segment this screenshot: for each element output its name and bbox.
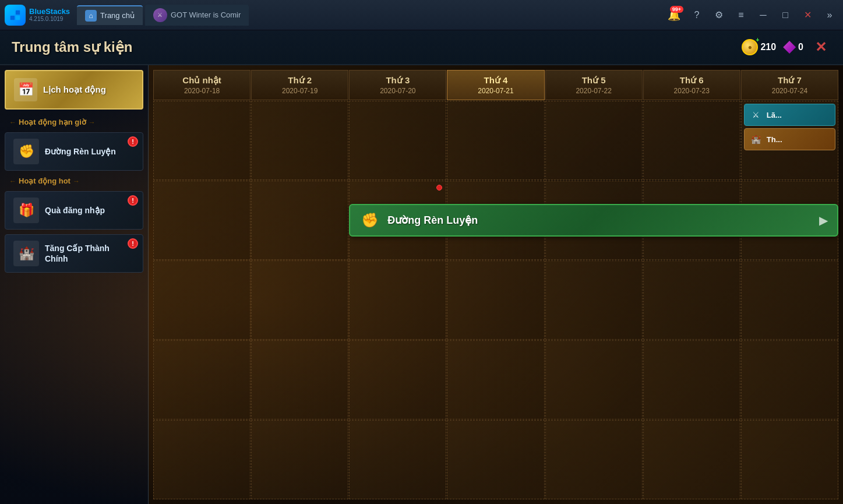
cal-header-fri: Thứ 6 2020-07-23: [643, 70, 740, 100]
cal-cell: [153, 181, 251, 260]
cal-cell: [153, 101, 251, 180]
settings-button[interactable]: ⚙: [710, 6, 728, 24]
section-hot-header: Hoạt động hot: [0, 173, 148, 189]
calendar-row: [153, 260, 838, 340]
cal-cell: [447, 340, 544, 420]
tab-home[interactable]: ⌂ Trang chủ: [77, 5, 143, 25]
main-layout: 📅 Lịch hoạt động Hoạt động hạn giờ ✊ Đườ…: [0, 65, 843, 504]
svg-rect-3: [16, 15, 20, 19]
event-th-icon: 🏰: [749, 132, 763, 146]
cal-cell: ⚔ Lã... 🏰 Th...: [741, 101, 838, 180]
fist-icon: ✊: [13, 139, 39, 164]
cal-cell: [545, 420, 643, 499]
cal-header-mon: Thứ 2 2020-07-19: [251, 70, 348, 100]
sidebar-item-duong-ren-luyen[interactable]: ✊ Đường Rèn Luyện !: [5, 132, 143, 171]
close-app-button[interactable]: ✕: [810, 37, 831, 58]
cal-cell: [545, 101, 643, 180]
cal-cell: [741, 340, 838, 420]
event-la-label: Lã...: [767, 111, 782, 119]
cal-cell: [153, 340, 251, 420]
maximize-button[interactable]: □: [777, 6, 794, 24]
cal-cell: [349, 260, 446, 340]
gift-icon: 🎁: [13, 198, 39, 223]
calendar-body: ⚔ Lã... 🏰 Th...: [153, 101, 838, 499]
home-icon: ⌂: [85, 10, 97, 22]
svg-rect-0: [10, 10, 15, 14]
calendar-header: Chủ nhật 2020-07-18 Thứ 2 2020-07-19 Thứ…: [153, 70, 838, 100]
schedule-button[interactable]: 📅 Lịch hoạt động: [5, 70, 143, 110]
svg-rect-1: [16, 10, 20, 14]
calendar-area: Chủ nhật 2020-07-18 Thứ 2 2020-07-19 Thứ…: [149, 65, 843, 504]
coin-currency: + ● 210: [742, 39, 776, 55]
alert-badge: !: [128, 238, 138, 249]
event-red-dot: [436, 185, 442, 191]
cal-cell: [741, 260, 838, 340]
cal-cell: [251, 260, 348, 340]
cal-header-sun: Chủ nhật 2020-07-18: [153, 70, 251, 100]
cal-header-tue: Thứ 3 2020-07-20: [349, 70, 446, 100]
gem-icon: [783, 41, 796, 54]
sidebar-item-qua-dang-nhap[interactable]: 🎁 Quà đăng nhập !: [5, 191, 143, 230]
help-button[interactable]: ?: [688, 6, 706, 24]
sidebar-item-tang-cap-thanh-chinh[interactable]: 🏰 Tăng Cấp Thành Chính !: [5, 234, 143, 273]
alert-badge: !: [128, 195, 138, 206]
cal-cell: [153, 260, 251, 340]
cal-cell: [251, 181, 348, 260]
cal-cell: [447, 101, 544, 180]
big-event-arrow: ▶: [819, 213, 828, 227]
gem-currency: 0: [783, 41, 803, 54]
bluestacks-logo: BlueStacks 4.215.0.1019: [5, 5, 70, 26]
expand-button[interactable]: »: [821, 6, 838, 24]
tab-game[interactable]: ⚔ GOT Winter is Comir: [145, 5, 249, 26]
cal-cell: [251, 340, 348, 420]
cal-cell: [349, 420, 446, 499]
schedule-label: Lịch hoạt động: [43, 84, 106, 96]
event-th-label: Th...: [767, 135, 782, 144]
page-title: Trung tâm sự kiện: [12, 39, 742, 55]
event-la-icon: ⚔: [749, 108, 763, 122]
cal-cell: [251, 101, 348, 180]
titlebar: BlueStacks 4.215.0.1019 ⌂ Trang chủ ⚔ GO…: [0, 0, 843, 30]
calendar-row: [153, 340, 838, 420]
calendar-icon: 📅: [14, 78, 37, 101]
cal-cell: [447, 420, 544, 499]
titlebar-actions: 🔔 99+ ? ⚙ ≡ ─ □ ✕ »: [665, 6, 838, 24]
cal-cell: [643, 101, 740, 180]
close-button[interactable]: ✕: [799, 6, 816, 24]
cal-cell: [349, 101, 446, 180]
castle-icon: 🏰: [13, 241, 39, 266]
cal-header-wed: Thứ 4 2020-07-21: [447, 70, 544, 100]
main-event-bar[interactable]: ✊ Đường Rèn Luyện ▶: [349, 204, 838, 237]
event-la[interactable]: ⚔ Lã...: [744, 104, 835, 126]
appbar: Trung tâm sự kiện + ● 210 0 ✕: [0, 30, 843, 65]
cal-cell: [643, 420, 740, 499]
cal-cell: [349, 340, 446, 420]
cal-cell: [545, 340, 643, 420]
currency-area: + ● 210 0 ✕: [742, 37, 831, 58]
game-avatar: ⚔: [153, 8, 167, 22]
big-event-label: Đường Rèn Luyện: [387, 214, 478, 227]
svg-rect-2: [10, 15, 15, 19]
bluestacks-icon: [5, 5, 26, 26]
cal-header-sat: Thứ 7 2020-07-24: [741, 70, 838, 100]
bluestacks-name: BlueStacks 4.215.0.1019: [29, 7, 70, 23]
cal-cell: [643, 340, 740, 420]
event-th[interactable]: 🏰 Th...: [744, 128, 835, 150]
alert-badge: !: [128, 136, 138, 147]
cal-cell: [153, 420, 251, 499]
cal-cell: [545, 260, 643, 340]
coin-icon: + ●: [742, 39, 758, 55]
sidebar-item-label: Đường Rèn Luyện: [45, 146, 116, 157]
cal-cell: [741, 420, 838, 499]
sidebar: 📅 Lịch hoạt động Hoạt động hạn giờ ✊ Đườ…: [0, 65, 149, 504]
sidebar-item-label: Quà đăng nhập: [45, 205, 105, 216]
cal-cell: [643, 260, 740, 340]
minimize-button[interactable]: ─: [754, 6, 772, 24]
cal-cell: [251, 420, 348, 499]
notification-bell[interactable]: 🔔 99+: [665, 6, 683, 24]
section-timed-header: Hoạt động hạn giờ: [0, 114, 148, 130]
calendar-row: [153, 420, 838, 499]
sidebar-item-label: Tăng Cấp Thành Chính: [45, 243, 135, 264]
menu-button[interactable]: ≡: [732, 6, 750, 24]
cal-cell: [447, 260, 544, 340]
